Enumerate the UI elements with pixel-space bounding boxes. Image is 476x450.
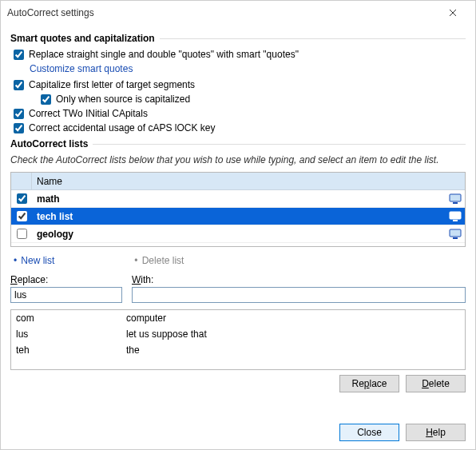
opt-capitalize-first-label: Capitalize first letter of target segmen…: [29, 79, 195, 90]
opt-two-initial-caps-label: Correct TWo INitial CApitals: [29, 108, 148, 119]
window-title: AutoCorrect settings: [7, 7, 437, 18]
opt-two-initial-caps-row: Correct TWo INitial CApitals: [10, 106, 466, 121]
replacement-from: lus: [11, 329, 126, 340]
replacements-table: comcomputerluslet us suppose thattehthe: [10, 309, 466, 370]
close-icon[interactable]: [437, 1, 469, 25]
opt-caps-lock-row: Correct accidental usage of cAPS lOCK ke…: [10, 121, 466, 135]
replacement-to: let us suppose that: [126, 329, 465, 340]
replacement-row[interactable]: luslet us suppose that: [11, 326, 465, 342]
opt-capitalize-first-checkbox[interactable]: [14, 80, 24, 90]
opt-only-when-source-row: Only when source is capitalized: [10, 92, 466, 106]
lists-header-checkbox-col: [11, 173, 32, 189]
with-label-text: ith:: [141, 274, 153, 285]
monitor-icon: [446, 211, 465, 222]
svg-rect-0: [450, 194, 461, 201]
opt-caps-lock-label: Correct accidental usage of cAPS lOCK ke…: [29, 122, 215, 133]
help-button[interactable]: Help: [406, 424, 466, 441]
opt-only-when-source-label: Only when source is capitalized: [56, 94, 190, 105]
list-row-checkbox[interactable]: [17, 193, 27, 204]
titlebar: AutoCorrect settings: [1, 1, 475, 25]
opt-smart-quotes-checkbox[interactable]: [14, 50, 24, 60]
opt-two-initial-caps-checkbox[interactable]: [14, 109, 24, 119]
replace-form: Replace: With:: [10, 274, 466, 303]
lists-header: Name: [11, 173, 465, 190]
list-row[interactable]: tech list: [11, 208, 465, 225]
dialog-button-row: Close Help: [1, 419, 475, 449]
inner-button-row: Replace Delete: [10, 375, 466, 392]
delete-button[interactable]: Delete: [406, 375, 466, 392]
list-row-checkbox[interactable]: [17, 211, 27, 221]
with-label: With:: [132, 274, 466, 285]
replacement-from: com: [11, 313, 126, 324]
svg-rect-2: [450, 212, 461, 219]
with-col: With:: [132, 274, 466, 303]
replace-label: Replace:: [10, 274, 122, 285]
monitor-icon: [446, 229, 465, 240]
replacement-row[interactable]: comcomputer: [11, 310, 465, 326]
opt-smart-quotes-label: Replace straight single and double "quot…: [29, 49, 299, 60]
replace-input[interactable]: [10, 287, 122, 303]
opt-only-when-source-checkbox[interactable]: [41, 94, 51, 105]
replacement-to: the: [126, 344, 465, 356]
new-list-link[interactable]: • New list: [14, 255, 54, 266]
with-input[interactable]: [132, 287, 466, 303]
list-row-checkbox[interactable]: [17, 229, 27, 239]
autocorrect-dialog: AutoCorrect settings Smart quotes and ca…: [0, 0, 476, 450]
monitor-icon: [446, 193, 465, 205]
group-smart-quotes: Smart quotes and capitalization: [10, 33, 466, 44]
lists-header-name[interactable]: Name: [32, 173, 465, 189]
customize-smart-quotes-link[interactable]: Customize smart quotes: [10, 62, 466, 78]
svg-rect-1: [453, 202, 458, 204]
opt-caps-lock-checkbox[interactable]: [14, 123, 24, 133]
replace-col: Replace:: [10, 274, 122, 303]
dialog-body: Smart quotes and capitalization Replace …: [1, 25, 475, 414]
opt-smart-quotes-row: Replace straight single and double "quot…: [10, 47, 466, 62]
replacement-from: teh: [11, 344, 126, 356]
replacement-to: computer: [126, 313, 465, 324]
list-row[interactable]: math: [11, 190, 465, 208]
list-row[interactable]: geology: [11, 225, 465, 243]
list-row-name: geology: [32, 229, 446, 240]
list-row-name: tech list: [32, 211, 446, 222]
opt-capitalize-first-row: Capitalize first letter of target segmen…: [10, 78, 466, 92]
replace-label-text: eplace:: [18, 274, 49, 285]
svg-rect-3: [453, 220, 458, 221]
replace-button[interactable]: Replace: [339, 375, 399, 392]
list-actions: • New list • Delete list: [14, 255, 466, 266]
svg-rect-4: [450, 229, 461, 237]
group-autocorrect-lists: AutoCorrect lists: [10, 138, 466, 149]
delete-list-link[interactable]: • Delete list: [134, 255, 184, 266]
autocorrect-lists-table: Name mathtech listgeology: [10, 172, 466, 247]
replacement-row[interactable]: tehthe: [11, 342, 465, 358]
close-button[interactable]: Close: [339, 424, 399, 441]
list-row-name: math: [32, 193, 446, 205]
lists-hint: Check the AutoCorrect lists below that y…: [10, 154, 466, 165]
svg-rect-5: [453, 237, 458, 239]
